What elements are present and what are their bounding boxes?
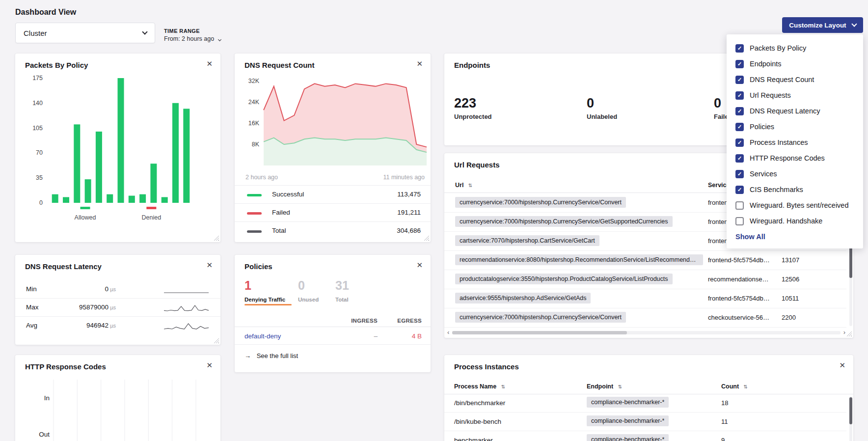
unit-label: µs: [108, 286, 116, 292]
column-header-count[interactable]: Count ⇅: [721, 383, 748, 390]
menu-item-process-instances[interactable]: ✓Process Instances: [727, 135, 863, 150]
stat-value: 223: [454, 96, 492, 111]
checkbox-unchecked-icon[interactable]: [735, 217, 744, 225]
checkbox-checked-icon[interactable]: ✓: [735, 60, 744, 68]
table-row[interactable]: default-deny – 4 B: [235, 332, 431, 345]
column-header-egress[interactable]: EGRESS: [397, 318, 422, 324]
column-header-process-name[interactable]: Process Name ⇅: [454, 383, 505, 390]
close-icon[interactable]: ✕: [416, 261, 423, 270]
bar: [74, 124, 80, 203]
customize-layout-button[interactable]: Customize Layout: [782, 17, 863, 33]
unit-label: µs: [108, 323, 116, 329]
endpoint-cell: compliance-benchmarker-*: [587, 397, 669, 410]
menu-item-wireguard-handshake[interactable]: Wireguard. Handshake: [727, 213, 863, 229]
customize-layout-menu: ✓Packets By Policy✓Endpoints✓DNS Request…: [727, 34, 863, 248]
horizontal-scrollbar[interactable]: ‹ ›: [446, 329, 846, 336]
checkbox-unchecked-icon[interactable]: [735, 201, 744, 210]
bar: [183, 109, 190, 203]
latency-rows: Min0 µsMax95879000 µsAvg946942 µs: [15, 280, 220, 335]
bar: [162, 197, 168, 203]
close-icon[interactable]: ✕: [206, 361, 213, 370]
close-icon[interactable]: ✕: [416, 59, 423, 68]
scrollbar-thumb[interactable]: [452, 331, 627, 334]
menu-item-policies[interactable]: ✓Policies: [727, 119, 863, 135]
menu-item-label: DNS Request Count: [750, 76, 814, 83]
menu-item-packets-by-policy[interactable]: ✓Packets By Policy: [727, 40, 863, 56]
packets-bar-chart: 03570105140175AllowedDenied: [15, 54, 220, 242]
card-title: Packets By Policy: [25, 61, 88, 69]
table-row[interactable]: adservice:9555/hipstershop.AdService/Get…: [444, 289, 846, 308]
count-cell: 9: [721, 437, 725, 441]
legend-value: 113,475: [397, 191, 421, 198]
sort-icon[interactable]: ⇅: [618, 384, 622, 389]
checkbox-checked-icon[interactable]: ✓: [735, 186, 744, 194]
legend-swatch: [247, 212, 262, 215]
scrollbar-thumb[interactable]: [849, 397, 852, 424]
table-row[interactable]: benchmarkercompliance-benchmarker-*9: [444, 431, 846, 441]
checkbox-checked-icon[interactable]: ✓: [735, 170, 744, 178]
menu-item-endpoints[interactable]: ✓Endpoints: [727, 56, 863, 72]
checkbox-checked-icon[interactable]: ✓: [735, 76, 744, 84]
sort-icon[interactable]: ⇅: [501, 384, 505, 389]
menu-item-url-requests[interactable]: ✓Url Requests: [727, 87, 863, 103]
sort-icon[interactable]: ⇅: [468, 183, 472, 188]
column-header-ingress[interactable]: INGRESS: [351, 318, 378, 324]
menu-item-label: Url Requests: [750, 91, 791, 99]
resize-handle[interactable]: [214, 235, 219, 241]
metric-label: Avg: [26, 322, 37, 329]
menu-item-label: CIS Benchmarks: [750, 186, 803, 193]
menu-item-dns-request-count[interactable]: ✓DNS Request Count: [727, 72, 863, 87]
table-row[interactable]: /bin/kube-benchcompliance-benchmarker-*1…: [444, 413, 846, 431]
close-icon[interactable]: ✕: [839, 361, 845, 370]
see-full-list-link[interactable]: → See the full list: [244, 352, 298, 359]
menu-item-dns-request-latency[interactable]: ✓DNS Request Latency: [727, 103, 863, 119]
view-select[interactable]: Cluster: [15, 23, 155, 43]
resize-handle[interactable]: [846, 331, 852, 336]
time-range-from-value: From: 2 hours ago: [164, 35, 214, 42]
checkbox-checked-icon[interactable]: ✓: [735, 123, 744, 131]
table-row[interactable]: /bin/benchmarkercompliance-benchmarker-*…: [444, 394, 846, 413]
legend-swatch: [247, 194, 262, 196]
time-range-from[interactable]: From: 2 hours ago: [164, 35, 221, 42]
menu-item-wireguard-bytes-sent-received[interactable]: Wireguard. Bytes sent/received: [727, 197, 863, 213]
y-axis-label: Out: [30, 431, 50, 438]
vertical-scrollbar[interactable]: [849, 396, 852, 441]
unit-label: µs: [108, 304, 116, 310]
column-header-endpoint[interactable]: Endpoint ⇅: [587, 383, 622, 390]
scroll-right-icon[interactable]: ›: [842, 329, 846, 336]
menu-item-services[interactable]: ✓Services: [727, 166, 863, 182]
bar: [96, 132, 102, 203]
metric-value: 0 µs: [59, 285, 116, 293]
menu-item-cis-benchmarks[interactable]: ✓CIS Benchmarks: [727, 182, 863, 197]
checkbox-checked-icon[interactable]: ✓: [735, 138, 744, 147]
table-row[interactable]: recommendationservice:8080/hipstershop.R…: [444, 251, 846, 270]
metric-label: Max: [26, 303, 39, 311]
close-icon[interactable]: ✕: [206, 59, 213, 68]
policy-stat-total[interactable]: 31Total: [335, 278, 349, 303]
show-all-link[interactable]: Show All: [727, 229, 863, 246]
column-header-url[interactable]: Url ⇅: [455, 182, 472, 189]
policy-stat-denying-traffic[interactable]: 1Denying Traffic: [244, 278, 285, 303]
checkbox-checked-icon[interactable]: ✓: [735, 91, 744, 100]
policy-link[interactable]: default-deny: [244, 332, 281, 340]
policies-table-header: INGRESS EGRESS: [235, 318, 431, 327]
table-row[interactable]: productcatalogservice:3550/hipstershop.P…: [444, 270, 846, 289]
menu-item-http-response-codes[interactable]: ✓HTTP Response Codes: [727, 150, 863, 166]
column-header-label: Endpoint: [587, 383, 613, 390]
table-row[interactable]: currencyservice:7000/hipstershop.Currenc…: [444, 308, 846, 328]
chevron-down-icon: [851, 21, 857, 27]
scroll-left-icon[interactable]: ‹: [446, 329, 450, 336]
policy-stat-unused[interactable]: 0Unused: [298, 278, 319, 303]
close-icon[interactable]: ✕: [206, 261, 213, 270]
sort-icon[interactable]: ⇅: [744, 384, 748, 389]
checkbox-checked-icon[interactable]: ✓: [735, 107, 744, 115]
legend-row-successful: Successful113,475: [235, 185, 431, 203]
resize-handle[interactable]: [214, 338, 219, 343]
menu-item-label: Policies: [750, 123, 774, 131]
checkbox-checked-icon[interactable]: ✓: [735, 44, 744, 53]
card-dns-request-latency: DNS Request Latency ✕ Min0 µsMax95879000…: [15, 255, 220, 345]
card-dns-request-count: DNS Request Count ✕ 8K16K24K32K 2 hours …: [235, 54, 431, 242]
url-chip: currencyservice:7000/hipstershop.Currenc…: [455, 312, 626, 323]
checkbox-checked-icon[interactable]: ✓: [735, 154, 744, 163]
scrollbar-track[interactable]: [452, 331, 840, 334]
